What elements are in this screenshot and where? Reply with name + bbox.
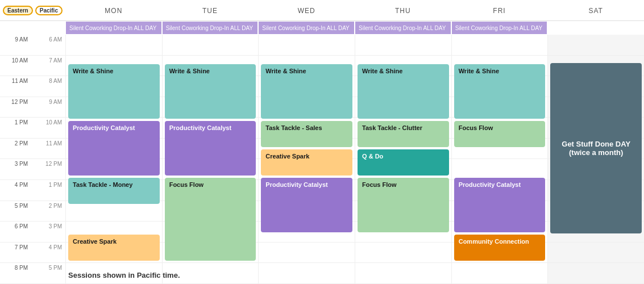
time-pacific-5: 10 AM <box>31 118 65 138</box>
thu-event-focus-flow[interactable]: Focus Flow <box>358 178 449 232</box>
allday-wed: Silent Coworking Drop-In ALL DAY <box>258 21 355 35</box>
allday-spacer <box>0 21 65 35</box>
time-pacific-2: 7 AM <box>31 56 65 76</box>
thu-event-task-tackle-clutter[interactable]: Task Tackle - Clutter <box>358 121 449 147</box>
time-slot-11: 7 PM 4 PM <box>0 243 65 264</box>
timezone-header: Eastern Pacific <box>0 0 65 20</box>
mon-event-write-shine[interactable]: Write & Shine <box>68 64 160 119</box>
tue-event-focus-flow[interactable]: Focus Flow <box>165 178 256 261</box>
time-pacific-6: 11 AM <box>31 139 65 159</box>
day-column-sat: Get Stuff Done DAY (twice a month) <box>547 35 644 284</box>
calendar-container: Eastern Pacific MON TUE WED THU FRI SAT … <box>0 0 644 284</box>
mon-event-productivity-catalyst[interactable]: Productivity Catalyst <box>68 121 160 176</box>
time-slot-4: 12 PM 9 AM <box>0 97 65 118</box>
allday-row: Silent Coworking Drop-In ALL DAY Silent … <box>0 21 644 35</box>
mon-cell-1 <box>66 35 162 56</box>
sessions-note: Sessions shown in Pacific time. <box>66 266 162 284</box>
allday-tue: Silent Coworking Drop-In ALL DAY <box>162 21 259 35</box>
eastern-badge[interactable]: Eastern <box>3 6 33 15</box>
thu-event-write-shine[interactable]: Write & Shine <box>358 64 449 119</box>
time-eastern-10: 6 PM <box>0 222 31 242</box>
thu-event-q-do[interactable]: Q & Do <box>358 149 449 176</box>
pacific-badge[interactable]: Pacific <box>35 6 63 15</box>
time-column: 9 AM 6 AM 10 AM 7 AM 11 AM 8 AM 12 PM 9 … <box>0 35 65 284</box>
time-eastern-4: 12 PM <box>0 97 31 118</box>
fri-event-focus-flow[interactable]: Focus Flow <box>454 121 546 147</box>
wed-event-productivity-catalyst[interactable]: Productivity Catalyst <box>261 178 352 232</box>
time-pacific-3: 8 AM <box>31 76 65 97</box>
header-row: Eastern Pacific MON TUE WED THU FRI SAT <box>0 0 644 21</box>
time-pacific-10: 3 PM <box>31 222 65 242</box>
mon-event-creative-spark[interactable]: Creative Spark <box>68 235 160 261</box>
time-slot-6: 2 PM 11 AM <box>0 139 65 160</box>
day-column-tue: Write & Shine Productivity Catalyst Focu… <box>162 35 259 284</box>
body-area: 9 AM 6 AM 10 AM 7 AM 11 AM 8 AM 12 PM 9 … <box>0 35 644 284</box>
day-header-wed: WED <box>258 0 355 20</box>
time-pacific-7: 12 PM <box>31 159 65 179</box>
time-pacific-11: 4 PM <box>31 243 65 263</box>
time-slot-8: 4 PM 1 PM <box>0 180 65 201</box>
fri-event-productivity-catalyst[interactable]: Productivity Catalyst <box>454 178 546 232</box>
time-pacific-9: 2 PM <box>31 201 65 222</box>
sat-big-event[interactable]: Get Stuff Done DAY (twice a month) <box>550 63 642 233</box>
time-pacific-1: 6 AM <box>31 35 65 55</box>
time-pacific-12: 5 PM <box>31 263 65 283</box>
time-eastern-1: 9 AM <box>0 35 31 55</box>
time-slot-2: 10 AM 7 AM <box>0 56 65 77</box>
day-column-fri: Write & Shine Focus Flow Productivity Ca… <box>451 35 548 284</box>
mon-event-task-tackle-money[interactable]: Task Tackle - Money <box>68 178 160 204</box>
allday-thu: Silent Coworking Drop-In ALL DAY <box>355 21 451 35</box>
time-slot-3: 11 AM 8 AM <box>0 76 65 97</box>
tue-event-write-shine[interactable]: Write & Shine <box>165 64 256 119</box>
time-slot-1: 9 AM 6 AM <box>0 35 65 56</box>
allday-sat <box>547 21 644 35</box>
mon-cell-9 <box>66 201 162 222</box>
day-header-mon: MON <box>65 0 162 20</box>
wed-event-task-tackle-sales[interactable]: Task Tackle - Sales <box>261 121 352 147</box>
days-grid: Write & Shine Productivity Catalyst Task… <box>65 35 644 284</box>
time-eastern-12: 8 PM <box>0 263 31 283</box>
day-header-fri: FRI <box>451 0 548 20</box>
tue-event-productivity-catalyst[interactable]: Productivity Catalyst <box>165 121 256 176</box>
time-eastern-11: 7 PM <box>0 243 31 263</box>
fri-event-write-shine[interactable]: Write & Shine <box>454 64 546 119</box>
time-eastern-2: 10 AM <box>0 56 31 76</box>
time-pacific-8: 1 PM <box>31 180 65 201</box>
wed-event-write-shine[interactable]: Write & Shine <box>261 64 352 119</box>
time-slot-12: 8 PM 5 PM <box>0 263 65 284</box>
time-slot-5: 1 PM 10 AM <box>0 118 65 139</box>
time-slot-7: 3 PM 12 PM <box>0 159 65 180</box>
day-column-mon: Write & Shine Productivity Catalyst Task… <box>65 35 162 284</box>
timezone-labels: Eastern Pacific <box>0 0 65 20</box>
time-pacific-4: 9 AM <box>31 97 65 118</box>
time-slot-10: 6 PM 3 PM <box>0 222 65 243</box>
day-header-tue: TUE <box>162 0 259 20</box>
time-eastern-7: 3 PM <box>0 159 31 179</box>
time-eastern-9: 5 PM <box>0 201 31 222</box>
allday-mon: Silent Coworking Drop-In ALL DAY <box>65 21 162 35</box>
day-header-thu: THU <box>355 0 451 20</box>
time-eastern-5: 1 PM <box>0 118 31 138</box>
fri-event-community-connection[interactable]: Community Connection <box>454 235 546 261</box>
time-eastern-3: 11 AM <box>0 76 31 97</box>
allday-fri: Silent Coworking Drop-In ALL DAY <box>451 21 548 35</box>
day-column-wed: Write & Shine Task Tackle - Sales Creati… <box>258 35 355 284</box>
day-column-thu: Write & Shine Task Tackle - Clutter Q & … <box>355 35 451 284</box>
day-header-sat: SAT <box>547 0 644 20</box>
time-eastern-8: 4 PM <box>0 180 31 201</box>
time-slot-9: 5 PM 2 PM <box>0 201 65 222</box>
time-eastern-6: 2 PM <box>0 139 31 159</box>
wed-event-creative-spark[interactable]: Creative Spark <box>261 149 352 176</box>
